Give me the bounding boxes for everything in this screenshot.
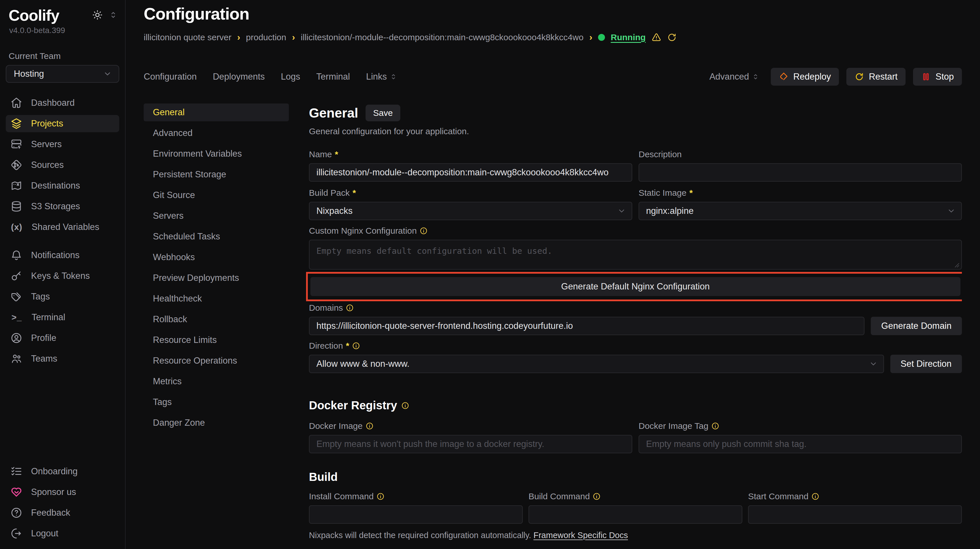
tab-terminal[interactable]: Terminal — [317, 72, 350, 82]
submenu-item-resource-operations[interactable]: Resource Operations — [144, 352, 289, 370]
breadcrumb-separator: › — [237, 32, 240, 43]
stop-icon — [921, 72, 931, 82]
restart-button[interactable]: Restart — [846, 68, 905, 86]
sidebar-item-label: Projects — [31, 118, 63, 129]
sidebar-item-label: Profile — [31, 333, 56, 343]
breadcrumb-project[interactable]: illicitonion quote server — [144, 32, 231, 42]
breadcrumb-application[interactable]: illicitestonion/-module--decomposition:m… — [301, 32, 584, 42]
logout-icon — [10, 527, 22, 539]
tab-logs[interactable]: Logs — [281, 72, 300, 82]
submenu-item-servers[interactable]: Servers — [144, 207, 289, 225]
sidebar-item-onboarding[interactable]: Onboarding — [6, 463, 119, 480]
sidebar-item-s3-storages[interactable]: S3 Storages — [6, 198, 119, 215]
sidebar-item-sponsor[interactable]: Sponsor us — [6, 484, 119, 501]
build-command-input[interactable] — [528, 505, 742, 524]
sidebar-item-label: Destinations — [31, 180, 80, 191]
sidebar-item-label: Feedback — [31, 508, 70, 518]
heart-icon — [10, 486, 22, 498]
docker-image-input[interactable] — [309, 435, 632, 453]
sidebar-item-teams[interactable]: Teams — [6, 350, 119, 368]
breadcrumb: illicitonion quote server › production ›… — [144, 32, 962, 43]
submenu-item-preview-deployments[interactable]: Preview Deployments — [144, 269, 289, 287]
sidebar-item-keys-tokens[interactable]: Keys & Tokens — [6, 267, 119, 285]
submenu-item-webhooks[interactable]: Webhooks — [144, 248, 289, 266]
submenu-item-metrics[interactable]: Metrics — [144, 372, 289, 390]
resize-grip-icon[interactable] — [955, 263, 959, 268]
sidebar-item-sources[interactable]: Sources — [6, 156, 119, 173]
status-badge[interactable]: Running — [611, 32, 646, 42]
generate-domain-button[interactable]: Generate Domain — [871, 317, 962, 335]
submenu-item-danger-zone[interactable]: Danger Zone — [144, 414, 289, 432]
docker-image-tag-input[interactable] — [639, 435, 962, 453]
domains-input[interactable] — [309, 317, 864, 335]
general-panel: General Save General configuration for y… — [309, 103, 962, 549]
chevrons-up-down-icon — [752, 73, 759, 81]
submenu-item-git-source[interactable]: Git Source — [144, 186, 289, 204]
start-command-input[interactable] — [748, 505, 962, 524]
custom-nginx-textarea[interactable] — [309, 240, 962, 270]
sidebar-item-feedback[interactable]: Feedback — [6, 504, 119, 521]
refresh-icon[interactable] — [667, 32, 677, 42]
sidebar-item-label: Teams — [31, 353, 57, 364]
chevrons-up-down-icon[interactable] — [109, 11, 118, 19]
tab-links-label: Links — [366, 72, 387, 82]
sidebar-item-tags[interactable]: Tags — [6, 288, 119, 305]
submenu-item-scheduled-tasks[interactable]: Scheduled Tasks — [144, 228, 289, 245]
framework-docs-link[interactable]: Framework Specific Docs — [533, 531, 628, 540]
tab-links[interactable]: Links — [366, 72, 397, 82]
sidebar: Coolify v4.0.0-beta.399 Current Team Hos… — [0, 0, 126, 549]
warning-icon[interactable] — [652, 32, 661, 42]
submenu-item-rollback[interactable]: Rollback — [144, 310, 289, 328]
info-icon — [593, 492, 601, 500]
submenu-item-persistent-storage[interactable]: Persistent Storage — [144, 165, 289, 183]
team-select[interactable]: Hosting — [6, 65, 119, 83]
breadcrumb-separator: › — [589, 32, 592, 43]
docker-image-label: Docker Image — [309, 421, 363, 431]
generate-nginx-button[interactable]: Generate Default Nginx Configuration — [310, 277, 961, 296]
sidebar-item-label: Shared Variables — [32, 222, 99, 232]
sidebar-item-servers[interactable]: Servers — [6, 136, 119, 153]
settings-submenu: General Advanced Environment Variables P… — [144, 103, 289, 549]
sidebar-item-profile[interactable]: Profile — [6, 329, 119, 347]
chevron-down-icon — [947, 207, 956, 215]
tab-deployments[interactable]: Deployments — [213, 72, 265, 82]
sidebar-item-label: Keys & Tokens — [31, 271, 90, 281]
sidebar-item-terminal[interactable]: >_ Terminal — [6, 309, 119, 326]
submenu-item-environment-variables[interactable]: Environment Variables — [144, 145, 289, 163]
install-command-input[interactable] — [309, 505, 523, 524]
sidebar-item-notifications[interactable]: Notifications — [6, 247, 119, 264]
required-asterisk: * — [346, 341, 349, 351]
submenu-item-advanced[interactable]: Advanced — [144, 124, 289, 142]
name-input[interactable] — [309, 163, 632, 181]
build-pack-select[interactable]: Nixpacks — [309, 202, 632, 220]
direction-select[interactable]: Allow www & non-www. — [309, 355, 884, 373]
custom-nginx-label: Custom Nginx Configuration — [309, 226, 417, 236]
name-label: Name — [309, 150, 332, 159]
build-pack-label: Build Pack — [309, 188, 350, 198]
static-image-select[interactable]: nginx:alpine — [639, 202, 962, 220]
tab-configuration[interactable]: Configuration — [144, 72, 197, 82]
users-icon — [10, 353, 22, 365]
sidebar-item-destinations[interactable]: Destinations — [6, 177, 119, 194]
advanced-dropdown[interactable]: Advanced — [709, 72, 759, 82]
breadcrumb-environment[interactable]: production — [246, 32, 286, 42]
sidebar-item-logout[interactable]: Logout — [6, 525, 119, 542]
sidebar-item-shared-variables[interactable]: (x) Shared Variables — [6, 218, 119, 236]
submenu-item-tags[interactable]: Tags — [144, 393, 289, 411]
server-icon — [10, 138, 22, 150]
submenu-item-resource-limits[interactable]: Resource Limits — [144, 331, 289, 349]
stop-button[interactable]: Stop — [913, 68, 962, 86]
tabs-row: Configuration Deployments Logs Terminal … — [144, 68, 962, 86]
sun-icon[interactable] — [92, 10, 103, 20]
braces-x-icon: (x) — [10, 222, 23, 232]
info-icon — [811, 492, 819, 500]
description-input[interactable] — [639, 163, 962, 181]
sidebar-item-dashboard[interactable]: Dashboard — [6, 94, 119, 111]
submenu-item-healthcheck[interactable]: Healthcheck — [144, 290, 289, 307]
tabs: Configuration Deployments Logs Terminal … — [144, 72, 397, 82]
save-button[interactable]: Save — [366, 105, 400, 121]
redeploy-button[interactable]: Redeploy — [771, 68, 839, 86]
sidebar-item-projects[interactable]: Projects — [6, 115, 119, 132]
set-direction-button[interactable]: Set Direction — [890, 355, 962, 373]
submenu-item-general[interactable]: General — [144, 103, 289, 121]
